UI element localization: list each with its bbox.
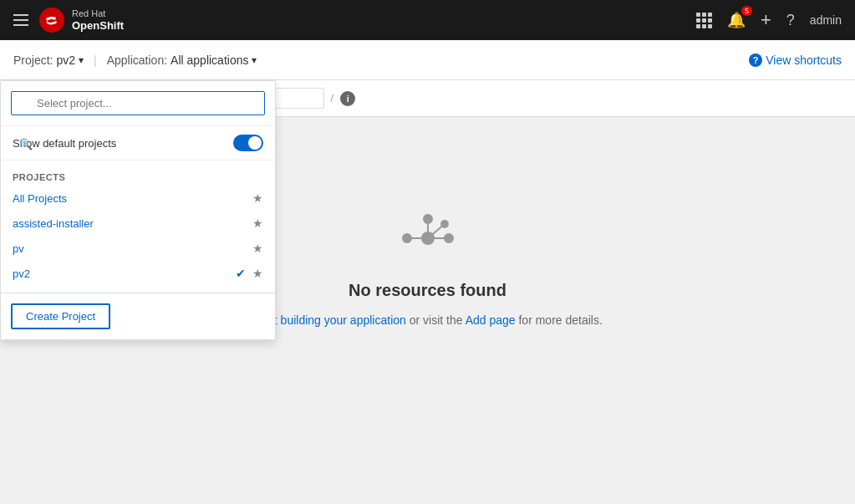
app-label: Application: xyxy=(107,53,167,67)
brand: Red Hat OpenShift xyxy=(38,7,686,33)
toolbar-separator: | xyxy=(94,53,97,67)
empty-state-desc-end: for more details. xyxy=(516,313,603,327)
show-default-label: Show default projects xyxy=(13,137,116,150)
project-selector[interactable]: Project: pv2 ▾ xyxy=(13,53,84,67)
svg-line-9 xyxy=(428,224,445,238)
project-value: pv2 xyxy=(56,53,75,67)
project-label: Project: xyxy=(13,53,53,67)
project-item-assisted[interactable]: assisted-installer ★ xyxy=(1,211,275,236)
nav-icons: 🔔5 + ? admin xyxy=(696,9,842,31)
notification-bell[interactable]: 🔔5 xyxy=(727,11,746,29)
project-name-all: All Projects xyxy=(13,192,246,205)
view-shortcuts-icon: ? xyxy=(749,53,762,67)
app-value: All applications xyxy=(170,53,248,67)
brand-openshift: OpenShift xyxy=(72,19,124,33)
empty-state-title: No resources found xyxy=(349,281,506,300)
projects-section: Projects All Projects ★ assisted-install… xyxy=(1,160,275,293)
svg-point-0 xyxy=(39,8,64,33)
hamburger-menu[interactable] xyxy=(13,14,28,26)
default-projects-toggle[interactable] xyxy=(233,135,263,151)
empty-state-desc-middle: or visit the xyxy=(406,313,466,327)
project-item-all[interactable]: All Projects ★ xyxy=(1,186,275,211)
empty-state-icon xyxy=(399,209,457,267)
projects-section-label: Projects xyxy=(1,167,275,186)
star-icon-assisted[interactable]: ★ xyxy=(252,216,263,230)
waffle-icon[interactable] xyxy=(696,13,712,28)
help-icon[interactable]: ? xyxy=(786,12,795,29)
star-icon-pv[interactable]: ★ xyxy=(252,242,263,255)
app-dropdown-arrow: ▾ xyxy=(252,54,257,66)
view-shortcuts-label: View shortcuts xyxy=(766,53,842,67)
check-icon-pv2: ✔ xyxy=(236,267,246,280)
notification-badge: 5 xyxy=(741,6,752,16)
toolbar: Project: pv2 ▾ 🔍 Show default projects P… xyxy=(0,40,855,80)
default-projects-row: Show default projects xyxy=(1,126,275,160)
project-dropdown-panel: 🔍 Show default projects Projects All Pro… xyxy=(0,80,276,340)
admin-label[interactable]: admin xyxy=(810,13,842,27)
project-item-pv2[interactable]: pv2 ✔ ★ xyxy=(1,261,275,286)
brand-text: Red Hat OpenShift xyxy=(72,8,124,33)
top-navigation: Red Hat OpenShift 🔔5 + ? admin xyxy=(0,0,855,40)
create-project-section: Create Project xyxy=(1,293,275,339)
toggle-knob xyxy=(248,136,262,150)
star-icon-pv2[interactable]: ★ xyxy=(252,267,263,280)
view-shortcuts[interactable]: ? View shortcuts xyxy=(749,53,842,67)
project-name-pv2: pv2 xyxy=(13,267,229,280)
brand-redhat: Red Hat xyxy=(72,8,124,19)
app-selector[interactable]: Application: All applications ▾ xyxy=(107,53,257,67)
filter-slash: / xyxy=(331,92,334,104)
dropdown-search-input[interactable] xyxy=(11,91,265,115)
filter-info-icon[interactable]: i xyxy=(340,91,355,106)
project-dropdown-arrow: ▾ xyxy=(79,54,84,66)
create-project-button[interactable]: Create Project xyxy=(11,303,110,329)
project-name-pv: pv xyxy=(13,242,246,255)
dropdown-search-wrapper: 🔍 xyxy=(1,81,275,126)
add-icon[interactable]: + xyxy=(761,9,771,31)
project-name-assisted: assisted-installer xyxy=(13,217,246,230)
redhat-logo xyxy=(38,7,65,33)
add-page-link[interactable]: Add page xyxy=(466,313,516,327)
project-item-pv[interactable]: pv ★ xyxy=(1,236,275,261)
star-icon-all[interactable]: ★ xyxy=(252,191,263,205)
empty-state-description: Start building your application or visit… xyxy=(252,313,603,327)
